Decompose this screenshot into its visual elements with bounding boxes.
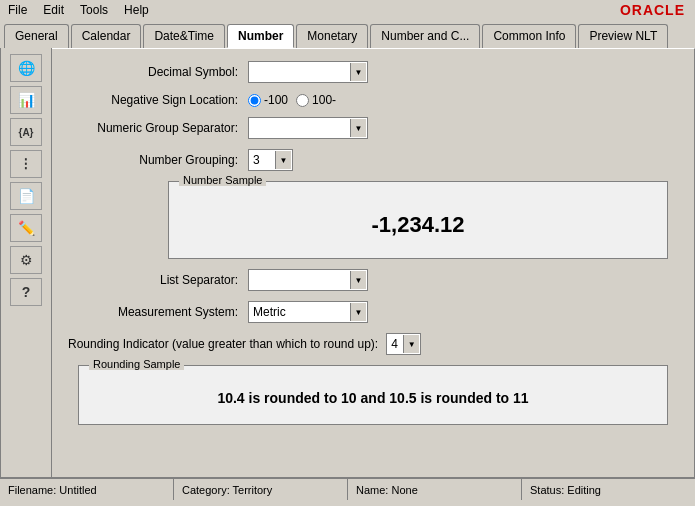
chart-icon[interactable]: 📊 — [10, 86, 42, 114]
negative-sign-radio2[interactable] — [296, 94, 309, 107]
sidebar: 🌐 📊 {A} ⁝ 📄 ✏️ ⚙ ? — [0, 48, 52, 478]
statusbar: Filename: Untitled Category: Territory N… — [0, 478, 695, 500]
gear-icon[interactable]: ⚙ — [10, 246, 42, 274]
menubar: File Edit Tools Help ORACLE — [0, 0, 695, 20]
rounding-sample-legend: Rounding Sample — [89, 358, 184, 370]
status-category: Category: Territory — [174, 479, 348, 500]
globe-icon[interactable]: 🌐 — [10, 54, 42, 82]
tab-calendar[interactable]: Calendar — [71, 24, 142, 48]
rounding-indicator-label: Rounding Indicator (value greater than w… — [68, 337, 386, 351]
negative-sign-row: Negative Sign Location: -100 100- — [68, 93, 678, 107]
number-sample-box: Number Sample -1,234.12 — [168, 181, 668, 259]
negative-sign-option1-label[interactable]: -100 — [248, 93, 288, 107]
number-grouping-select-wrapper: 3 2 4 ▼ — [248, 149, 293, 171]
menu-tools[interactable]: Tools — [76, 3, 112, 17]
rounding-indicator-select[interactable]: 4 5 6 — [386, 333, 421, 355]
rounding-indicator-select-wrapper: 4 5 6 ▼ — [386, 333, 421, 355]
number-grouping-select[interactable]: 3 2 4 — [248, 149, 293, 171]
numeric-group-separator-row: Numeric Group Separator: , . ▼ — [68, 117, 678, 139]
numeric-group-separator-label: Numeric Group Separator: — [68, 121, 248, 135]
measurement-system-select[interactable]: Metric Imperial US — [248, 301, 368, 323]
curly-icon[interactable]: {A} — [10, 118, 42, 146]
rounding-sample-box: Rounding Sample 10.4 is rounded to 10 an… — [78, 365, 668, 425]
decimal-symbol-control: . , ▼ — [248, 61, 368, 83]
list-separator-label: List Separator: — [68, 273, 248, 287]
list-separator-control: , ; ▼ — [248, 269, 368, 291]
page-icon[interactable]: 📄 — [10, 182, 42, 210]
numeric-group-separator-select[interactable]: , . — [248, 117, 368, 139]
tab-commoninfo[interactable]: Common Info — [482, 24, 576, 48]
list-icon[interactable]: ⁝ — [10, 150, 42, 178]
negative-sign-radio1[interactable] — [248, 94, 261, 107]
decimal-symbol-select[interactable]: . , — [248, 61, 368, 83]
numeric-group-separator-control: , . ▼ — [248, 117, 368, 139]
number-grouping-row: Number Grouping: 3 2 4 ▼ — [68, 149, 678, 171]
tabbar: General Calendar Date&Time Number Moneta… — [0, 20, 695, 48]
number-grouping-label: Number Grouping: — [68, 153, 248, 167]
menubar-left: File Edit Tools Help — [4, 3, 153, 17]
main-wrapper: 🌐 📊 {A} ⁝ 📄 ✏️ ⚙ ? Decimal Symbol: . , ▼ — [0, 48, 695, 478]
number-sample-value: -1,234.12 — [179, 192, 657, 248]
number-sample-legend: Number Sample — [179, 174, 266, 186]
menu-file[interactable]: File — [4, 3, 31, 17]
status-name: Name: None — [348, 479, 522, 500]
question-icon[interactable]: ? — [10, 278, 42, 306]
negative-sign-option2-text: 100- — [312, 93, 336, 107]
menu-help[interactable]: Help — [120, 3, 153, 17]
menu-edit[interactable]: Edit — [39, 3, 68, 17]
number-grouping-control: 3 2 4 ▼ — [248, 149, 293, 171]
measurement-system-label: Measurement System: — [68, 305, 248, 319]
measurement-system-row: Measurement System: Metric Imperial US ▼ — [68, 301, 678, 323]
rounding-sample-value: 10.4 is rounded to 10 and 10.5 is rounde… — [89, 376, 657, 414]
tab-numberand[interactable]: Number and C... — [370, 24, 480, 48]
negative-sign-option1-text: -100 — [264, 93, 288, 107]
measurement-system-control: Metric Imperial US ▼ — [248, 301, 368, 323]
list-separator-row: List Separator: , ; ▼ — [68, 269, 678, 291]
tab-general[interactable]: General — [4, 24, 69, 48]
list-separator-select-wrapper: , ; ▼ — [248, 269, 368, 291]
tab-number[interactable]: Number — [227, 24, 294, 48]
list-separator-select[interactable]: , ; — [248, 269, 368, 291]
measurement-system-select-wrapper: Metric Imperial US ▼ — [248, 301, 368, 323]
tab-previewnlt[interactable]: Preview NLT — [578, 24, 668, 48]
pencil-icon[interactable]: ✏️ — [10, 214, 42, 242]
oracle-logo: ORACLE — [620, 2, 691, 18]
tab-datetime[interactable]: Date&Time — [143, 24, 225, 48]
content-panel: Decimal Symbol: . , ▼ Negative Sign Loca… — [52, 48, 695, 478]
status-filename: Filename: Untitled — [0, 479, 174, 500]
tab-monetary[interactable]: Monetary — [296, 24, 368, 48]
decimal-symbol-row: Decimal Symbol: . , ▼ — [68, 61, 678, 83]
negative-sign-option2-label[interactable]: 100- — [296, 93, 336, 107]
decimal-symbol-label: Decimal Symbol: — [68, 65, 248, 79]
numeric-group-separator-select-wrapper: , . ▼ — [248, 117, 368, 139]
negative-sign-label: Negative Sign Location: — [68, 93, 248, 107]
decimal-symbol-select-wrapper: . , ▼ — [248, 61, 368, 83]
status-editing: Status: Editing — [522, 479, 695, 500]
rounding-indicator-row: Rounding Indicator (value greater than w… — [68, 333, 678, 355]
negative-sign-control: -100 100- — [248, 93, 336, 107]
